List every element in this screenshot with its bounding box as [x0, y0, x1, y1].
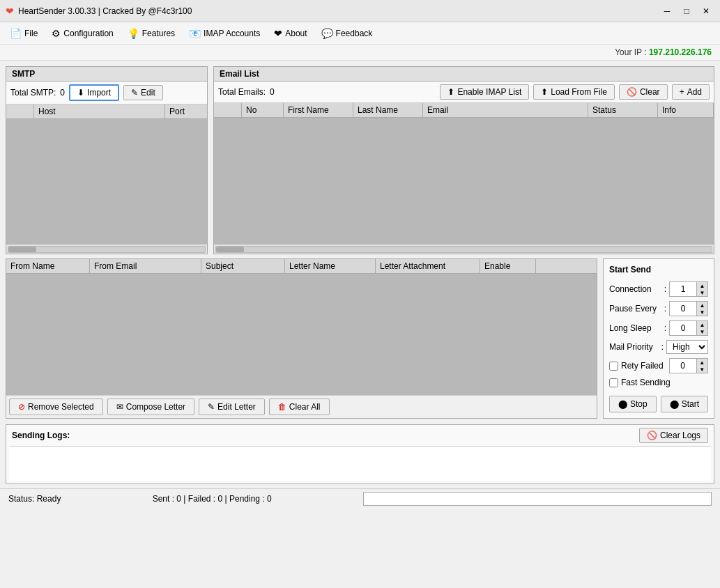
smtp-scrollbar-track[interactable]	[8, 246, 206, 253]
retry-decrement[interactable]: ▼	[696, 366, 707, 373]
menu-imap[interactable]: 📧 IMAP Accounts	[182, 25, 267, 42]
clear-logs-icon: 🚫	[647, 431, 657, 440]
start-label: Start	[682, 399, 699, 409]
compose-letter-button[interactable]: ✉ Compose Letter	[107, 399, 194, 415]
enable-imap-label: Enable IMAP List	[457, 87, 521, 97]
email-add-button[interactable]: + Add	[672, 84, 710, 100]
load-file-icon: ⬆	[541, 87, 548, 97]
email-clear-icon: 🚫	[627, 87, 637, 97]
smtp-edit-label: Edit	[141, 88, 155, 98]
logs-header: Sending Logs: 🚫 Clear Logs	[6, 425, 714, 446]
retry-increment[interactable]: ▲	[696, 359, 707, 366]
logs-area	[9, 446, 711, 481]
retry-spinbox[interactable]: ▲ ▼	[669, 358, 708, 373]
priority-label: Mail Priority	[609, 342, 661, 352]
ip-value: 197.210.226.176	[649, 47, 712, 57]
email-col-email: Email	[423, 103, 588, 117]
clear-logs-label: Clear Logs	[660, 431, 700, 440]
smtp-scrollbar-thumb[interactable]	[8, 247, 36, 252]
smtp-edit-button[interactable]: ✎ Edit	[123, 85, 163, 100]
connection-input[interactable]	[670, 282, 696, 296]
letters-col-subject: Subject	[201, 259, 285, 273]
menu-configuration[interactable]: ⚙ Configuration	[45, 25, 120, 42]
email-col-info: Info	[658, 103, 714, 117]
settings-panel: Start Send Connection : ▲ ▼ Pause Every …	[603, 258, 714, 419]
email-col-lastname: Last Name	[353, 103, 423, 117]
compose-icon: ✉	[116, 402, 123, 412]
sleep-row: Long Sleep : ▲ ▼	[609, 320, 708, 336]
priority-colon: :	[661, 342, 664, 352]
email-add-icon: +	[680, 87, 684, 97]
menu-features-label: Features	[142, 29, 175, 38]
smtp-total-value: 0	[60, 88, 65, 98]
sleep-label: Long Sleep	[609, 323, 664, 333]
email-scrollbar-thumb[interactable]	[216, 247, 244, 252]
pause-spinbox[interactable]: ▲ ▼	[669, 301, 708, 316]
email-total-value: 0	[270, 87, 275, 97]
edit-letter-button[interactable]: ✎ Edit Letter	[199, 399, 265, 415]
maximize-button[interactable]: □	[678, 4, 695, 18]
menu-about[interactable]: ❤ About	[267, 25, 314, 42]
email-clear-button[interactable]: 🚫 Clear	[619, 84, 668, 100]
load-from-file-button[interactable]: ⬆ Load From File	[533, 84, 615, 100]
email-col-firstname: First Name	[284, 103, 353, 117]
menu-feedback-label: Feedback	[336, 29, 373, 38]
email-scrollbar[interactable]	[214, 244, 714, 254]
minimize-button[interactable]: ─	[659, 4, 675, 18]
logs-section: Sending Logs: 🚫 Clear Logs	[6, 424, 714, 484]
features-icon: 💡	[128, 28, 139, 39]
enable-imap-button[interactable]: ⬆ Enable IMAP List	[440, 84, 529, 100]
menu-file-label: File	[24, 29, 38, 38]
start-button[interactable]: ⬤ Start	[661, 396, 708, 412]
remove-selected-button[interactable]: ⊘ Remove Selected	[9, 399, 103, 415]
pause-increment[interactable]: ▲	[696, 302, 707, 309]
connection-spinbox[interactable]: ▲ ▼	[669, 281, 708, 297]
fastsend-label: Fast Sending	[621, 378, 671, 387]
connection-increment[interactable]: ▲	[696, 282, 707, 289]
smtp-col-host: Host	[34, 105, 165, 118]
smtp-import-button[interactable]: ⬇ Import	[69, 84, 119, 101]
smtp-table-body	[6, 119, 207, 244]
stop-button[interactable]: ⬤ Stop	[609, 396, 657, 412]
sleep-input[interactable]	[670, 321, 696, 335]
pause-colon: :	[664, 304, 666, 314]
ip-bar: Your IP : 197.210.226.176	[0, 45, 720, 61]
pause-input[interactable]	[670, 302, 696, 316]
smtp-table-header: Host Port	[6, 105, 207, 119]
email-total-label: Total Emails:	[218, 87, 266, 97]
smtp-scrollbar[interactable]	[6, 244, 207, 254]
settings-title: Start Send	[609, 265, 708, 274]
menu-feedback[interactable]: 💬 Feedback	[314, 25, 380, 42]
pause-row: Pause Every : ▲ ▼	[609, 301, 708, 316]
letters-col-attachment: Letter Attachment	[376, 259, 480, 273]
sleep-decrement[interactable]: ▼	[696, 328, 707, 335]
menu-file[interactable]: 📄 File	[3, 25, 45, 42]
clear-logs-button[interactable]: 🚫 Clear Logs	[639, 428, 708, 443]
email-add-label: Add	[687, 87, 702, 97]
sleep-spinbox[interactable]: ▲ ▼	[669, 320, 708, 336]
fastsend-checkbox[interactable]	[609, 378, 618, 387]
retry-spinbox-btns: ▲ ▼	[696, 359, 707, 373]
letters-settings-section: From Name From Email Subject Letter Name…	[6, 258, 714, 419]
priority-select[interactable]: High Normal Low	[666, 340, 708, 354]
connection-decrement[interactable]: ▼	[696, 289, 707, 296]
start-circle-icon: ⬤	[670, 399, 679, 409]
letters-table-header: From Name From Email Subject Letter Name…	[6, 259, 597, 274]
pause-decrement[interactable]: ▼	[696, 309, 707, 316]
clear-all-label: Clear All	[289, 402, 321, 412]
fastsend-row: Fast Sending	[609, 378, 708, 387]
close-button[interactable]: ✕	[698, 4, 714, 18]
sleep-increment[interactable]: ▲	[696, 321, 707, 328]
retry-checkbox[interactable]	[609, 362, 618, 371]
clear-all-button[interactable]: 🗑 Clear All	[269, 399, 330, 415]
email-table-header: No First Name Last Name Email Status Inf…	[214, 103, 714, 118]
sleep-colon: :	[664, 323, 666, 333]
load-from-file-label: Load From File	[551, 87, 607, 97]
menu-features[interactable]: 💡 Features	[121, 25, 182, 42]
email-list-toolbar: Total Emails: 0 ⬆ Enable IMAP List ⬆ Loa…	[214, 82, 714, 103]
email-scrollbar-track[interactable]	[215, 246, 712, 253]
letters-panel: From Name From Email Subject Letter Name…	[6, 258, 597, 419]
connection-row: Connection : ▲ ▼	[609, 281, 708, 297]
edit-letter-icon: ✎	[208, 402, 215, 412]
retry-input[interactable]	[670, 359, 696, 373]
